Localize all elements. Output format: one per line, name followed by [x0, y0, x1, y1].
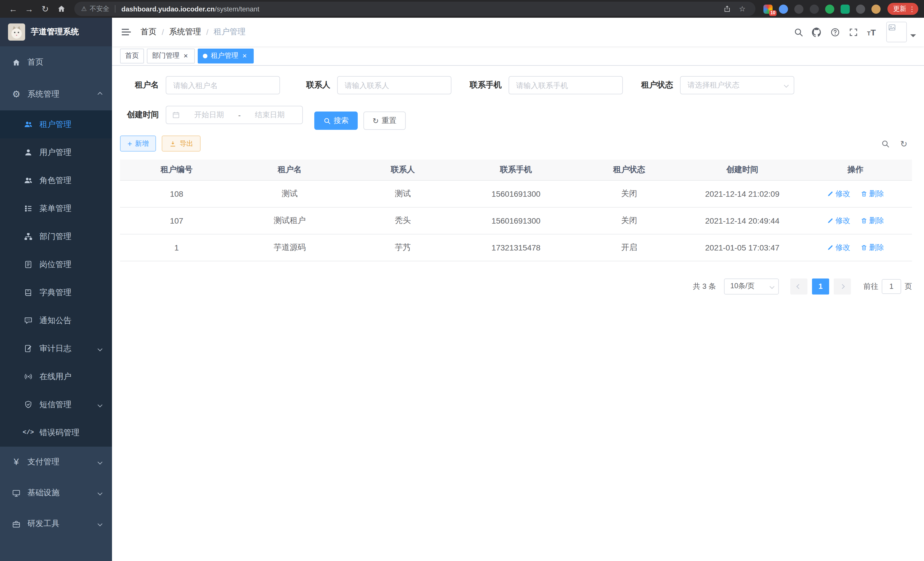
sidebar-item-home[interactable]: 首页 — [0, 46, 112, 78]
tag-home[interactable]: 首页 — [120, 48, 144, 63]
delete-link[interactable]: 删除 — [861, 188, 884, 199]
sidebar-item-system[interactable]: ⚙ 系统管理 — [0, 78, 112, 110]
delete-link[interactable]: 删除 — [861, 215, 884, 226]
page-1-button[interactable]: 1 — [812, 278, 829, 294]
sidebar-item-label: 通知公告 — [39, 315, 71, 326]
update-button[interactable]: 更新 ⋮ — [887, 3, 918, 15]
sidebar-item-tools[interactable]: 研发工具 — [0, 508, 112, 539]
menu-list-icon — [23, 204, 33, 213]
forward-icon[interactable]: → — [22, 2, 37, 16]
font-size-icon[interactable]: TT — [862, 18, 880, 46]
sidebar-item-label: 租户管理 — [39, 119, 71, 129]
breadcrumb-separator: / — [206, 27, 208, 37]
extension-icon-green-1[interactable] — [825, 4, 834, 14]
app-logo[interactable]: 芋道管理系统 — [0, 18, 112, 46]
refresh-icon: ↻ — [373, 117, 379, 124]
sidebar: 芋道管理系统 首页 ⚙ 系统管理 租户管理 — [0, 18, 112, 561]
phone-input[interactable] — [508, 76, 623, 94]
sidebar-item-tenant[interactable]: 租户管理 — [0, 110, 112, 138]
prev-page-button[interactable] — [790, 278, 807, 294]
edit-link[interactable]: 修改 — [827, 215, 850, 226]
sidebar-item-errcode[interactable]: </> 错误码管理 — [0, 419, 112, 447]
extension-icon-gray[interactable] — [856, 4, 865, 14]
extension-icon-green-2[interactable] — [841, 4, 850, 14]
sidebar-item-online[interactable]: 在线用户 — [0, 362, 112, 391]
yen-icon: ¥ — [11, 457, 21, 467]
page-size-select[interactable]: 10条/页 — [724, 278, 779, 294]
sidebar-item-audit[interactable]: 审计日志 — [0, 335, 112, 362]
breadcrumb: 首页 / 系统管理 / 租户管理 — [141, 27, 246, 37]
sidebar-item-pay[interactable]: ¥ 支付管理 — [0, 447, 112, 478]
sidebar-item-infra[interactable]: 基础设施 — [0, 478, 112, 508]
sidebar-item-sms[interactable]: 短信管理 — [0, 391, 112, 419]
delete-link[interactable]: 删除 — [861, 242, 884, 253]
sidebar-item-user[interactable]: 用户管理 — [0, 138, 112, 166]
browser-home-icon[interactable] — [54, 2, 69, 16]
avatar-menu[interactable] — [886, 22, 916, 42]
sidebar-item-label: 菜单管理 — [39, 203, 71, 214]
cell-tenant-id: 107 — [120, 207, 233, 234]
reload-icon[interactable]: ↻ — [38, 2, 52, 16]
edit-link[interactable]: 修改 — [827, 188, 850, 199]
fullscreen-icon[interactable] — [844, 18, 862, 46]
reset-button[interactable]: ↻ 重置 — [363, 111, 406, 130]
browser-menu-icon[interactable]: ⋮ — [909, 5, 915, 12]
address-bar[interactable]: ⚠ 不安全 dashboard.yudao.iocoder.cn/system/… — [74, 2, 755, 16]
create-time-range-picker[interactable]: 开始日期 - 结束日期 — [166, 106, 303, 124]
sidebar-item-role[interactable]: 角色管理 — [0, 166, 112, 194]
tag-dept[interactable]: 部门管理 × — [147, 48, 195, 63]
sidebar-item-label: 岗位管理 — [39, 259, 71, 270]
contact-input[interactable] — [337, 76, 452, 94]
sidebar-item-dept[interactable]: 部门管理 — [0, 223, 112, 250]
total-count: 共 3 条 — [693, 281, 716, 291]
chevron-down-icon — [98, 402, 103, 407]
sidebar-item-label: 角色管理 — [39, 175, 71, 186]
search-button[interactable]: 搜索 — [314, 111, 358, 130]
share-icon[interactable] — [721, 5, 733, 13]
extension-icon-dark-1[interactable] — [794, 4, 803, 14]
table-header-row: 租户编号 租户名 联系人 联系手机 租户状态 创建时间 操作 — [120, 159, 912, 180]
github-icon[interactable] — [807, 18, 826, 46]
close-icon[interactable]: × — [241, 52, 249, 60]
col-phone: 联系手机 — [459, 159, 573, 180]
sidebar-item-dict[interactable]: 字典管理 — [0, 278, 112, 307]
extension-icon-dark-2[interactable] — [810, 4, 819, 14]
sms-shield-icon — [23, 400, 33, 409]
extension-icon-blue[interactable] — [779, 4, 788, 14]
profile-avatar-icon[interactable] — [872, 4, 880, 14]
chevron-down-icon — [98, 491, 103, 496]
export-button-label: 导出 — [179, 139, 193, 148]
breadcrumb-home[interactable]: 首页 — [141, 27, 157, 37]
header-search-icon[interactable] — [789, 18, 807, 46]
col-contact: 联系人 — [346, 159, 459, 180]
goto-page-input[interactable] — [882, 279, 901, 294]
tag-tenant[interactable]: 租户管理 × — [198, 48, 254, 63]
refresh-table-icon[interactable]: ↻ — [900, 139, 908, 148]
help-question-icon[interactable] — [826, 18, 844, 46]
bookmark-star-icon[interactable]: ☆ — [736, 5, 748, 13]
col-tenant-id: 租户编号 — [120, 159, 233, 180]
screen: ← → ↻ ⚠ 不安全 dashboard.yudao.iocoder.cn/s… — [0, 0, 924, 561]
add-button[interactable]: + 新增 — [120, 135, 156, 152]
back-icon[interactable]: ← — [6, 2, 21, 16]
top-navbar: 首页 / 系统管理 / 租户管理 — [112, 18, 924, 46]
chevron-left-icon — [796, 284, 801, 289]
extension-icon-colorful[interactable]: 10 — [764, 4, 772, 14]
select-placeholder: 请选择租户状态 — [687, 80, 784, 90]
edit-link[interactable]: 修改 — [827, 242, 850, 253]
goto-label: 前往 — [863, 281, 878, 291]
next-page-button[interactable] — [834, 278, 851, 294]
breadcrumb-system[interactable]: 系统管理 — [169, 27, 201, 37]
sidebar-item-notice[interactable]: 通知公告 — [0, 307, 112, 335]
tenant-status-select[interactable]: 请选择租户状态 — [680, 76, 794, 94]
collapse-sidebar-icon[interactable] — [112, 26, 141, 38]
sidebar-item-post[interactable]: 岗位管理 — [0, 250, 112, 278]
post-badge-icon — [23, 260, 33, 269]
tenant-name-input[interactable] — [166, 76, 280, 94]
table-row: 107 测试租户 秃头 15601691300 关闭 2021-12-14 20… — [120, 207, 912, 234]
sidebar-item-menu[interactable]: 菜单管理 — [0, 194, 112, 223]
caret-down-icon — [910, 34, 916, 40]
export-button[interactable]: 导出 — [162, 135, 201, 152]
toggle-search-icon[interactable] — [881, 139, 890, 148]
close-icon[interactable]: × — [182, 52, 190, 60]
